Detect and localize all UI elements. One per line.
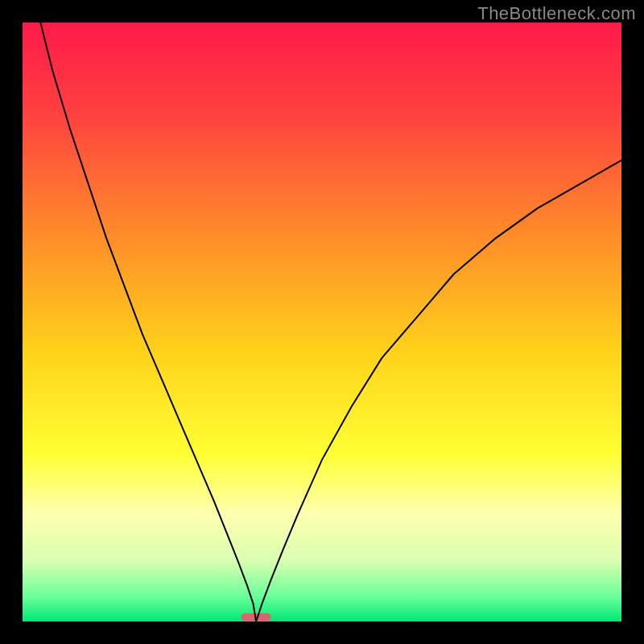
chart-svg (23, 23, 621, 621)
chart-container: TheBottleneck.com (0, 0, 644, 644)
plot-area (23, 23, 621, 621)
watermark-text: TheBottleneck.com (477, 3, 636, 24)
gradient-background (23, 23, 621, 621)
